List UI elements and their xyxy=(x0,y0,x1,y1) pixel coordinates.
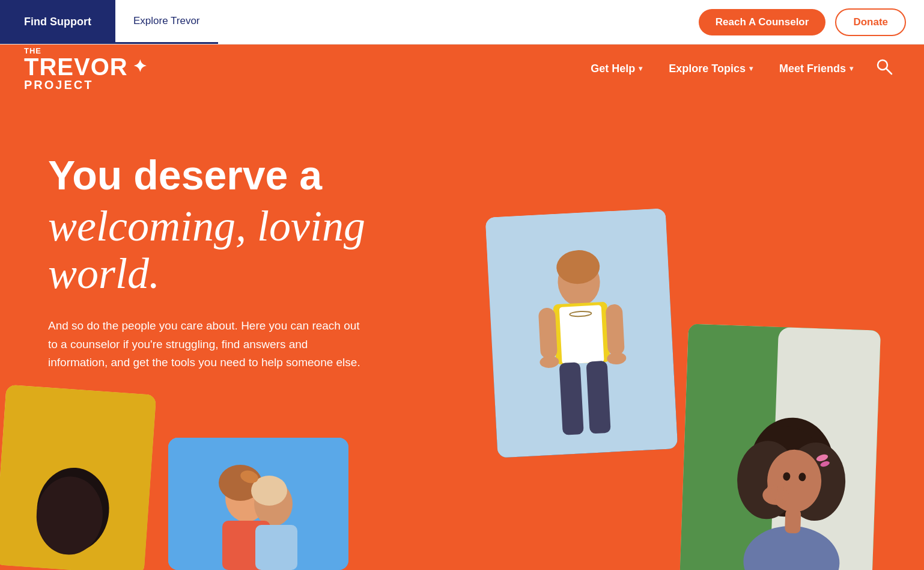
find-support-button[interactable]: Find Support xyxy=(0,0,115,44)
svg-rect-31 xyxy=(785,509,801,533)
logo[interactable]: THE TREVOR ✦ PROJECT xyxy=(24,47,147,91)
find-support-label: Find Support xyxy=(24,16,91,28)
reach-counselor-label: Reach A Counselor xyxy=(716,16,809,28)
nav-links: Get Help ▾ Explore Topics ▾ Meet Friends… xyxy=(580,52,900,85)
photo-card-person-1 xyxy=(485,208,678,458)
meet-friends-nav[interactable]: Meet Friends ▾ xyxy=(768,57,864,81)
get-help-label: Get Help xyxy=(591,63,635,75)
svg-rect-6 xyxy=(559,305,604,364)
logo-project: PROJECT xyxy=(24,79,147,91)
svg-rect-8 xyxy=(606,304,625,355)
get-help-nav[interactable]: Get Help ▾ xyxy=(580,57,653,81)
hero-section: You deserve a welcoming, loving world. A… xyxy=(0,93,924,570)
chevron-down-icon: ▾ xyxy=(639,64,642,73)
person-illustration-2 xyxy=(679,324,881,570)
photo-card-person-4 xyxy=(168,438,348,570)
hero-content: You deserve a welcoming, loving world. A… xyxy=(48,117,481,372)
reach-counselor-button[interactable]: Reach A Counselor xyxy=(699,9,826,35)
svg-rect-27 xyxy=(779,485,784,500)
main-nav: THE TREVOR ✦ PROJECT Get Help ▾ Explore … xyxy=(0,44,924,93)
person-illustration-1 xyxy=(485,208,678,458)
photo-card-person-2 xyxy=(679,324,881,570)
donate-label: Donate xyxy=(853,16,888,28)
explore-topics-nav[interactable]: Explore Topics ▾ xyxy=(658,57,764,81)
svg-rect-10 xyxy=(586,361,611,434)
chevron-down-icon: ▾ xyxy=(850,64,853,73)
logo-star-icon: ✦ xyxy=(133,58,147,75)
explore-trevor-label: Explore Trevor xyxy=(133,15,200,27)
search-button[interactable] xyxy=(869,52,900,85)
search-icon xyxy=(876,58,893,75)
svg-rect-43 xyxy=(255,525,297,570)
explore-topics-label: Explore Topics xyxy=(669,63,746,75)
meet-friends-label: Meet Friends xyxy=(779,63,846,75)
top-bar-actions: Reach A Counselor Donate xyxy=(681,0,924,44)
svg-rect-26 xyxy=(773,485,778,500)
hero-title-line2: welcoming, loving world. xyxy=(48,203,481,298)
photo-card-person-3 xyxy=(0,385,156,570)
explore-trevor-tab[interactable]: Explore Trevor xyxy=(115,0,218,44)
logo-text: THE TREVOR ✦ PROJECT xyxy=(24,47,147,91)
top-bar-spacer xyxy=(218,0,681,44)
svg-rect-9 xyxy=(559,362,584,435)
person-illustration-4 xyxy=(168,438,348,570)
top-bar: Find Support Explore Trevor Reach A Coun… xyxy=(0,0,924,44)
donate-button[interactable]: Donate xyxy=(835,8,906,36)
hero-title-line1: You deserve a xyxy=(48,153,481,198)
hero-description: And so do the people you care about. Her… xyxy=(48,317,360,372)
person-illustration-3 xyxy=(0,385,156,570)
chevron-down-icon: ▾ xyxy=(749,64,753,73)
svg-rect-7 xyxy=(538,307,558,359)
logo-trevor: TREVOR ✦ xyxy=(24,55,147,79)
svg-line-1 xyxy=(886,69,892,74)
svg-rect-25 xyxy=(767,486,772,499)
